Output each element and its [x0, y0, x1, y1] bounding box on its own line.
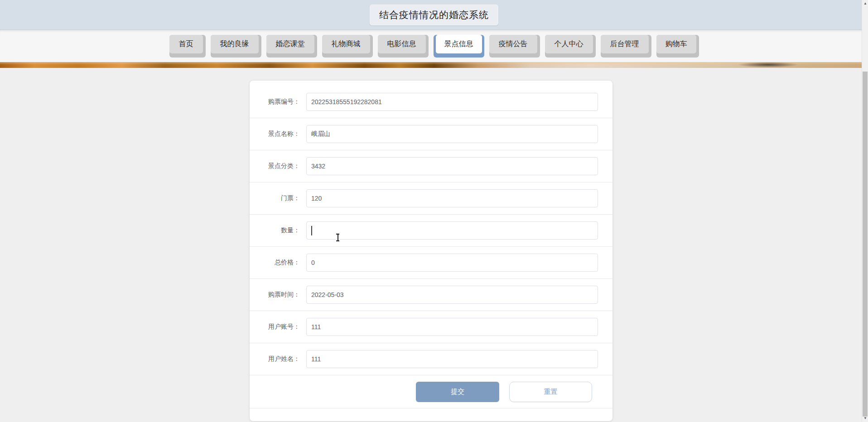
tab-movie-info-label: 电影信息 — [378, 35, 426, 53]
ticket-number-field[interactable] — [306, 93, 598, 111]
user-name-label: 用户姓名： — [250, 355, 300, 363]
purchase-date-field[interactable] — [306, 286, 598, 304]
ibeam-cursor-bottom — [336, 240, 339, 241]
reset-button[interactable]: 重置 — [509, 382, 592, 402]
submit-button[interactable]: 提交 — [416, 382, 499, 402]
form-actions-row: 提交 重置 — [250, 375, 612, 408]
purchase-date-label: 购票时间： — [250, 291, 300, 299]
tab-gift-mall-label: 礼物商城 — [322, 35, 370, 53]
tab-personal-center-label: 个人中心 — [545, 35, 593, 53]
form-row-purchase-date: 购票时间： — [250, 279, 612, 311]
banner-image-strip — [0, 62, 868, 68]
scenic-name-field[interactable] — [306, 125, 598, 143]
tab-cart[interactable]: 购物车 — [656, 35, 699, 58]
tab-my-match[interactable]: 我的良缘 — [211, 35, 261, 58]
tab-my-match-label: 我的良缘 — [211, 35, 259, 53]
form-row-scenic-name: 景点名称： — [250, 118, 612, 150]
tab-personal-center[interactable]: 个人中心 — [545, 35, 596, 58]
text-caret — [311, 226, 312, 235]
tab-movie-info[interactable]: 电影信息 — [378, 35, 429, 58]
total-price-label: 总价格： — [250, 259, 300, 267]
tab-scenic-info[interactable]: 景点信息 — [434, 35, 484, 58]
page-title: 结合疫情情况的婚恋系统 — [370, 5, 498, 25]
quantity-field[interactable] — [306, 221, 598, 240]
form-row-user-account: 用户账号： — [250, 311, 612, 343]
tab-home[interactable]: 首页 — [169, 35, 206, 58]
user-account-label: 用户账号： — [250, 323, 300, 331]
ibeam-cursor — [336, 234, 340, 241]
tab-epidemic-notice-label: 疫情公告 — [489, 35, 537, 53]
main-nav: 首页 我的良缘 婚恋课堂 礼物商城 电影信息 景点信息 疫情公告 个人中心 后台… — [0, 30, 868, 62]
form-row-quantity: 数量： — [250, 215, 612, 247]
user-account-field[interactable] — [306, 318, 598, 336]
nav-tab-bar: 首页 我的良缘 婚恋课堂 礼物商城 电影信息 景点信息 疫情公告 个人中心 后台… — [169, 35, 699, 58]
tab-home-label: 首页 — [169, 35, 203, 53]
form-row-scenic-category: 景点分类： — [250, 150, 612, 182]
scrollbar-up-arrow-icon[interactable]: ▲ — [862, 1, 868, 6]
form-row-ticket-number: 购票编号： — [250, 86, 612, 118]
ticket-price-field[interactable] — [306, 189, 598, 207]
scenic-category-field[interactable] — [306, 157, 598, 175]
tab-gift-mall[interactable]: 礼物商城 — [322, 35, 373, 58]
tab-epidemic-notice[interactable]: 疫情公告 — [489, 35, 540, 58]
total-price-field[interactable] — [306, 254, 598, 272]
user-name-field[interactable] — [306, 350, 598, 368]
ibeam-cursor-stem — [338, 234, 338, 241]
scrollbar-down-arrow-icon[interactable]: ▼ — [862, 416, 868, 421]
tab-cart-label: 购物车 — [656, 35, 696, 53]
app-header: 结合疫情情况的婚恋系统 — [0, 0, 868, 30]
tab-admin-label: 后台管理 — [601, 35, 649, 53]
vertical-scrollbar[interactable]: ▲ ▼ — [862, 0, 868, 422]
quantity-label: 数量： — [250, 226, 300, 235]
tab-scenic-info-label: 景点信息 — [436, 35, 482, 53]
form-row-user-name: 用户姓名： — [250, 343, 612, 375]
scenic-name-label: 景点名称： — [250, 130, 300, 138]
ticket-number-label: 购票编号： — [250, 98, 300, 106]
scrollbar-thumb[interactable] — [863, 72, 868, 417]
tab-marriage-class-label: 婚恋课堂 — [266, 35, 314, 53]
form-row-ticket-price: 门票： — [250, 182, 612, 215]
tab-admin[interactable]: 后台管理 — [601, 35, 651, 58]
ticket-form-card: 购票编号： 景点名称： 景点分类： 门票： 数量： 总价格： 购票时间： 用户账… — [250, 81, 612, 421]
form-row-total-price: 总价格： — [250, 247, 612, 279]
scenic-category-label: 景点分类： — [250, 162, 300, 170]
tab-marriage-class[interactable]: 婚恋课堂 — [266, 35, 317, 58]
ticket-price-label: 门票： — [250, 194, 300, 202]
